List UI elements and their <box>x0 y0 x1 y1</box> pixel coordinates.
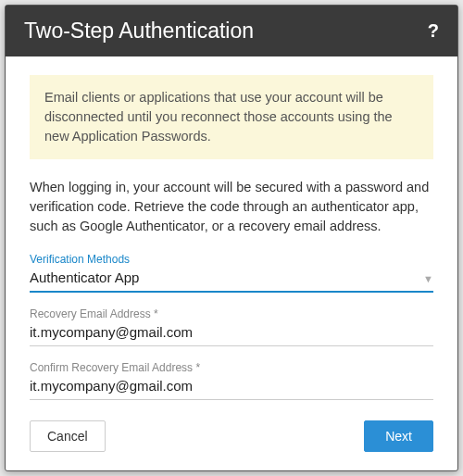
modal-header: Two-Step Authentication ? <box>6 6 457 56</box>
notice-banner: Email clients or applications that use y… <box>30 75 433 159</box>
two-step-auth-modal: Two-Step Authentication ? Email clients … <box>5 5 458 471</box>
description-text: When logging in, your account will be se… <box>30 178 433 236</box>
verification-methods-value: Authenticator App <box>30 268 418 289</box>
recovery-email-input[interactable] <box>30 322 433 344</box>
chevron-down-icon: ▼ <box>423 273 433 284</box>
modal-title: Two-Step Authentication <box>24 19 254 44</box>
help-icon[interactable]: ? <box>428 20 439 42</box>
confirm-recovery-email-field: Confirm Recovery Email Address * <box>30 361 433 400</box>
modal-footer: Cancel Next <box>6 407 457 470</box>
recovery-email-label: Recovery Email Address * <box>30 307 433 320</box>
verification-methods-field[interactable]: Verification Methods Authenticator App ▼ <box>30 253 433 293</box>
confirm-recovery-email-label: Confirm Recovery Email Address * <box>30 361 433 374</box>
verification-methods-select[interactable]: Authenticator App ▼ <box>30 268 433 289</box>
verification-methods-label: Verification Methods <box>30 253 433 266</box>
next-button[interactable]: Next <box>364 420 433 452</box>
recovery-email-field: Recovery Email Address * <box>30 307 433 346</box>
modal-body: Email clients or applications that use y… <box>6 56 457 407</box>
confirm-recovery-email-input[interactable] <box>30 376 433 397</box>
cancel-button[interactable]: Cancel <box>30 420 106 452</box>
